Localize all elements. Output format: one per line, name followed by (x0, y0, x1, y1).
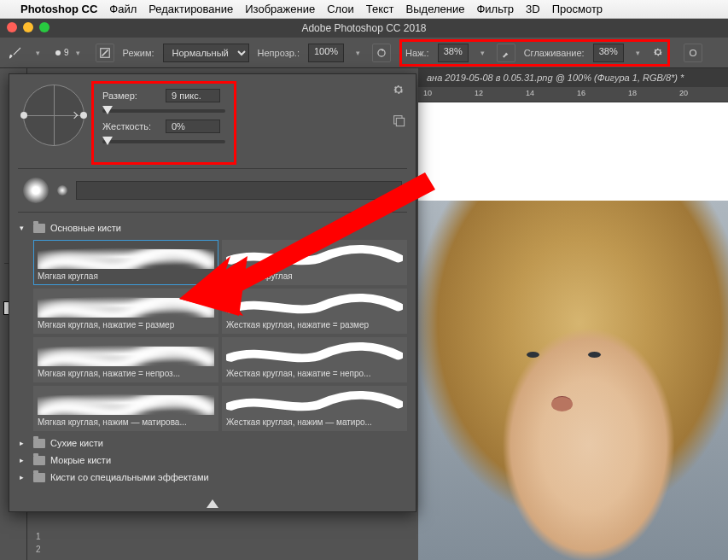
brush-params-highlight: Размер: 9 пикс. Жесткость: 0% (91, 81, 236, 165)
airbrush-icon[interactable] (497, 44, 515, 62)
folder-icon (33, 224, 45, 233)
brush-preset-popover: Размер: 9 пикс. Жесткость: 0% (9, 73, 416, 512)
flow-label: Наж.: (405, 48, 429, 58)
app-name[interactable]: Photoshop CC (20, 3, 97, 15)
new-preset-icon[interactable] (392, 114, 405, 129)
brush-preset-picker[interactable]: 9 ▾ (52, 46, 87, 59)
brush-item[interactable]: Жесткая круглая, нажатие = размер (222, 289, 407, 334)
nav-tab-1[interactable]: 1 (31, 531, 46, 542)
brush-preview-row (9, 172, 416, 208)
brush-item[interactable]: Жесткая круглая (222, 240, 407, 285)
smoothing-value[interactable]: 38% (593, 44, 624, 62)
menu-layers[interactable]: Слои (327, 3, 354, 15)
menu-view[interactable]: Просмотр (552, 3, 603, 15)
svg-point-2 (690, 50, 696, 55)
brush-item-label: Жесткая круглая (226, 271, 403, 281)
opacity-pressure-icon[interactable] (372, 44, 391, 62)
mac-menubar: Photoshop CC Файл Редактирование Изображ… (0, 0, 728, 19)
resize-handle[interactable] (9, 494, 416, 511)
size-label: Размер: (102, 90, 157, 101)
size-value[interactable]: 9 пикс. (166, 89, 220, 102)
brush-item-label: Жесткая круглая, нажатие = размер (226, 320, 403, 330)
folder-icon (33, 439, 45, 448)
flow-chevron-icon[interactable]: ▾ (477, 49, 488, 57)
brush-tool-icon[interactable] (7, 44, 24, 61)
mode-select[interactable]: Нормальный (163, 44, 249, 62)
smoothing-chevron-icon[interactable]: ▾ (632, 49, 644, 57)
hardness-value[interactable]: 0% (166, 120, 220, 133)
menu-edit[interactable]: Редактирование (149, 3, 233, 15)
flow-value[interactable]: 38% (438, 44, 469, 62)
zoom-window-button[interactable] (39, 22, 50, 32)
size-slider[interactable] (102, 109, 225, 113)
hardness-label: Жесткость: (102, 121, 157, 131)
brush-search[interactable] (76, 181, 402, 200)
brush-preview-large[interactable] (23, 178, 49, 203)
folder-special-brushes[interactable]: ▸ Кисти со специальными эффектами (18, 469, 407, 486)
opacity-value[interactable]: 100% (308, 44, 344, 62)
brush-item[interactable]: Мягкая круглая (33, 240, 218, 285)
close-window-button[interactable] (7, 22, 17, 32)
brush-item[interactable]: Мягкая круглая, нажим — матирова... (33, 386, 218, 431)
mode-label: Режим: (123, 48, 154, 58)
chevron-down-icon: ▾ (20, 224, 28, 232)
folder-icon (33, 456, 45, 465)
brush-item-label: Жесткая круглая, нажим — матиро... (226, 417, 403, 427)
nav-tab-2[interactable]: 2 (31, 544, 46, 555)
menu-filter[interactable]: Фильтр (476, 3, 514, 15)
brush-item-label: Жесткая круглая, нажатие = непро... (226, 369, 403, 378)
hardness-slider[interactable] (102, 140, 225, 143)
brush-tree: ▾ Основные кисти Мягкая круглаяЖесткая к… (9, 216, 416, 494)
highlighted-options: Наж.: 38% ▾ Сглаживание: 38% ▾ (399, 39, 670, 67)
folder-dry-brushes[interactable]: ▸ Сухие кисти (18, 435, 407, 452)
folder-main-brushes[interactable]: ▾ Основные кисти (18, 219, 407, 236)
workspace: ана 2019-05-08 в 0.05.31.png @ 100% (Фиг… (0, 68, 728, 560)
window-titlebar: Adobe Photoshop CC 2018 (0, 19, 728, 38)
brush-angle-widget[interactable] (23, 85, 84, 146)
chevron-right-icon: ▸ (20, 439, 28, 447)
canvas-white-area[interactable] (418, 102, 728, 201)
menu-3d[interactable]: 3D (526, 3, 540, 15)
menu-image[interactable]: Изображение (245, 3, 315, 15)
opacity-chevron-icon[interactable]: ▾ (352, 49, 364, 57)
smoothing-label: Сглаживание: (524, 48, 585, 58)
popover-gear-icon[interactable] (392, 83, 405, 98)
options-bar: ▾ 9 ▾ Режим: Нормальный Непрозр.: 100% ▾… (0, 38, 728, 68)
brush-panel-toggle-icon[interactable] (96, 44, 114, 62)
menu-text[interactable]: Текст (366, 3, 394, 15)
brush-preview-small[interactable] (57, 185, 67, 195)
size-pressure-icon[interactable] (684, 44, 702, 62)
menu-file[interactable]: Файл (109, 3, 137, 15)
svg-rect-10 (396, 118, 404, 125)
document-tab[interactable]: ана 2019-05-08 в 0.05.31.png @ 100% (Фиг… (418, 68, 728, 87)
folder-wet-brushes[interactable]: ▸ Мокрые кисти (18, 452, 407, 469)
brush-item[interactable]: Мягкая круглая, нажатие = непроз... (33, 337, 218, 382)
smoothing-gear-icon[interactable] (652, 46, 664, 60)
opacity-label: Непрозр.: (258, 48, 300, 58)
menu-select[interactable]: Выделение (406, 3, 465, 15)
window-title: Adobe Photoshop CC 2018 (301, 22, 426, 34)
brush-item[interactable]: Жесткая круглая, нажатие = непро... (222, 337, 407, 382)
canvas-photo-area[interactable] (418, 201, 728, 560)
tool-preset-chevron-icon[interactable]: ▾ (32, 49, 44, 57)
brush-item[interactable]: Мягкая круглая, нажатие = размер (33, 289, 218, 334)
chevron-right-icon: ▸ (20, 473, 28, 481)
chevron-right-icon: ▸ (20, 456, 28, 464)
brush-item[interactable]: Жесткая круглая, нажим — матиро... (222, 386, 407, 431)
horizontal-ruler[interactable]: 10 12 14 16 18 20 (418, 87, 728, 102)
folder-icon (33, 473, 45, 482)
nav-tabs: 1 2 (31, 531, 46, 555)
svg-point-1 (378, 49, 385, 55)
minimize-window-button[interactable] (23, 22, 33, 32)
